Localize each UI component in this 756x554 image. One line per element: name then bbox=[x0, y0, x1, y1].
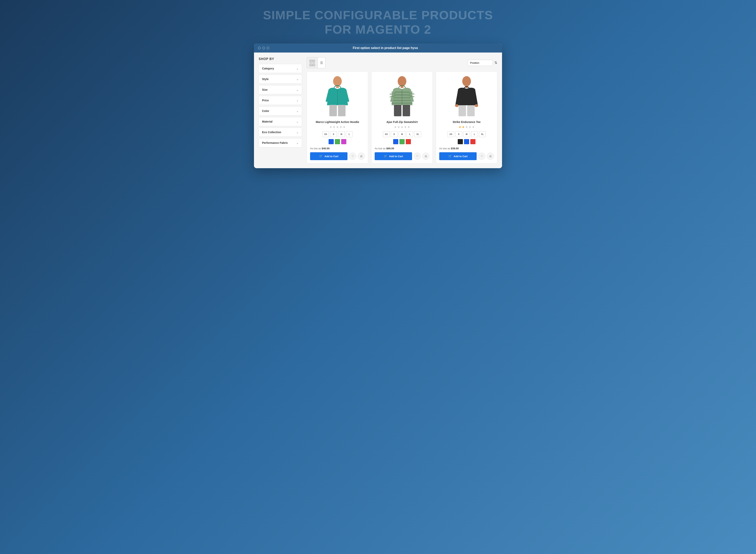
color-black-strike[interactable] bbox=[458, 139, 463, 144]
size-s-marco[interactable]: S bbox=[330, 131, 337, 137]
browser-window: First option select in product list page… bbox=[254, 44, 502, 168]
wishlist-button-marco[interactable]: ♡ bbox=[349, 153, 356, 160]
size-s-ajax[interactable]: S bbox=[391, 131, 398, 137]
filter-category[interactable]: Category ⌄ bbox=[259, 64, 302, 73]
star-3: ★ bbox=[401, 125, 403, 129]
size-l-strike[interactable]: L bbox=[471, 131, 478, 137]
star-3: ★ bbox=[336, 125, 339, 129]
filter-price-label: Price bbox=[262, 99, 269, 102]
color-red-ajax[interactable] bbox=[406, 139, 411, 144]
size-xs-strike[interactable]: XS bbox=[448, 131, 454, 137]
star-5: ★ bbox=[407, 125, 410, 129]
compare-button-ajax[interactable]: ⚖ bbox=[422, 153, 430, 160]
star-1: ★ bbox=[330, 125, 332, 129]
cart-icon: 🛒 bbox=[319, 155, 323, 158]
svg-rect-6 bbox=[401, 86, 403, 88]
star-2: ★ bbox=[462, 125, 465, 129]
shop-by-title: SHOP BY bbox=[259, 57, 302, 61]
size-m-marco[interactable]: M bbox=[338, 131, 345, 137]
svg-point-22 bbox=[475, 104, 478, 107]
filter-material[interactable]: Material ⌄ bbox=[259, 117, 302, 126]
chevron-down-icon: ⌄ bbox=[296, 67, 299, 70]
size-xs-marco[interactable]: XS bbox=[322, 131, 329, 137]
chevron-down-icon: ⌄ bbox=[296, 109, 299, 113]
star-1: ★ bbox=[394, 125, 397, 129]
color-purple-marco[interactable] bbox=[341, 139, 346, 144]
filter-price[interactable]: Price ⌄ bbox=[259, 96, 302, 105]
size-xl-strike[interactable]: XL bbox=[479, 131, 486, 137]
chevron-down-icon: ⌄ bbox=[296, 88, 299, 91]
add-to-cart-ajax[interactable]: 🛒 Add to Cart bbox=[375, 152, 412, 160]
size-options-ajax: XS S M L XL bbox=[383, 131, 421, 137]
add-to-cart-marco[interactable]: 🛒 Add to Cart bbox=[310, 152, 348, 160]
size-options-strike: XS S M L XL bbox=[448, 131, 486, 137]
add-to-cart-label-ajax: Add to Cart bbox=[389, 155, 403, 158]
product-image-ajax bbox=[375, 75, 430, 118]
price-strike: As low as $39.00 bbox=[439, 147, 459, 150]
sidebar: SHOP BY Category ⌄ Style ⌄ Size ⌄ Price … bbox=[259, 57, 302, 164]
color-blue-marco[interactable] bbox=[329, 139, 334, 144]
filter-category-label: Category bbox=[262, 67, 274, 70]
size-m-strike[interactable]: M bbox=[463, 131, 470, 137]
filter-style[interactable]: Style ⌄ bbox=[259, 74, 302, 84]
size-xs-ajax[interactable]: XS bbox=[383, 131, 390, 137]
mannequin-strike-svg bbox=[454, 76, 480, 117]
filter-performance-fabric-label: Performance Fabric bbox=[262, 141, 288, 145]
heart-icon: ♡ bbox=[351, 155, 354, 158]
color-green-marco[interactable] bbox=[335, 139, 340, 144]
size-s-strike[interactable]: S bbox=[455, 131, 462, 137]
color-blue-strike[interactable] bbox=[464, 139, 469, 144]
product-stars-marco: ★ ★ ★ ★ ★ bbox=[330, 125, 346, 129]
list-view-button[interactable]: ☰ bbox=[318, 57, 325, 68]
filter-eco-collection[interactable]: Eco Collection ⌄ bbox=[259, 128, 302, 137]
svg-rect-4 bbox=[338, 105, 346, 116]
svg-rect-1 bbox=[336, 86, 339, 88]
cart-icon: 🛒 bbox=[448, 155, 452, 158]
product-name-marco: Marco Lightweight Active Hoodie bbox=[316, 120, 359, 123]
filter-performance-fabric[interactable]: Performance Fabric ⌄ bbox=[259, 138, 302, 147]
chevron-down-icon: ⌄ bbox=[296, 77, 299, 81]
toolbar: ◫◫◫◫ ☰ Position Product Name Price ⇅ bbox=[307, 57, 497, 68]
dot-green bbox=[266, 47, 269, 49]
filter-size-label: Size bbox=[262, 88, 267, 91]
mannequin-ajax-svg bbox=[389, 76, 415, 117]
filter-color-label: Color bbox=[262, 109, 269, 113]
compare-button-strike[interactable]: ⚖ bbox=[487, 153, 494, 160]
product-name-strike: Strike Endurance Tee bbox=[453, 120, 481, 123]
star-4: ★ bbox=[340, 125, 342, 129]
product-card-strike: Strike Endurance Tee ★ ★ ★ ★ ★ XS S M L … bbox=[436, 71, 497, 164]
svg-point-5 bbox=[398, 76, 406, 87]
compare-icon: ⚖ bbox=[360, 155, 363, 158]
size-l-marco[interactable]: L bbox=[346, 131, 353, 137]
color-green-ajax[interactable] bbox=[399, 139, 405, 144]
filter-size[interactable]: Size ⌄ bbox=[259, 85, 302, 94]
color-red-strike[interactable] bbox=[470, 139, 475, 144]
size-m-ajax[interactable]: M bbox=[399, 131, 405, 137]
sort-select[interactable]: Position Product Name Price bbox=[467, 60, 493, 66]
add-to-cart-label-marco: Add to Cart bbox=[324, 155, 339, 158]
svg-point-21 bbox=[455, 104, 458, 107]
wishlist-button-strike[interactable]: ♡ bbox=[478, 153, 485, 160]
star-4: ★ bbox=[468, 125, 471, 129]
add-to-cart-strike[interactable]: 🛒 Add to Cart bbox=[439, 152, 476, 160]
product-stars-ajax: ★ ★ ★ ★ ★ bbox=[394, 125, 410, 129]
compare-button-marco[interactable]: ⚖ bbox=[358, 153, 365, 160]
card-actions-ajax: 🛒 Add to Cart ♡ ⚖ bbox=[375, 152, 430, 160]
wishlist-button-ajax[interactable]: ♡ bbox=[414, 153, 421, 160]
size-l-ajax[interactable]: L bbox=[407, 131, 413, 137]
size-xl-ajax[interactable]: XL bbox=[414, 131, 421, 137]
svg-rect-3 bbox=[330, 105, 337, 116]
svg-point-0 bbox=[333, 76, 342, 87]
svg-rect-17 bbox=[394, 105, 401, 116]
list-icon: ☰ bbox=[320, 61, 323, 64]
size-options-marco: XS S M L bbox=[322, 131, 353, 137]
filter-color[interactable]: Color ⌄ bbox=[259, 106, 302, 115]
star-5: ★ bbox=[472, 125, 475, 129]
view-toggle: ◫◫◫◫ ☰ bbox=[307, 57, 325, 68]
heart-icon: ♡ bbox=[416, 155, 418, 158]
sort-direction-icon[interactable]: ⇅ bbox=[494, 61, 497, 65]
color-blue-ajax[interactable] bbox=[393, 139, 398, 144]
star-1: ★ bbox=[458, 125, 461, 129]
svg-rect-24 bbox=[467, 105, 475, 116]
grid-view-button[interactable]: ◫◫◫◫ bbox=[307, 57, 318, 68]
